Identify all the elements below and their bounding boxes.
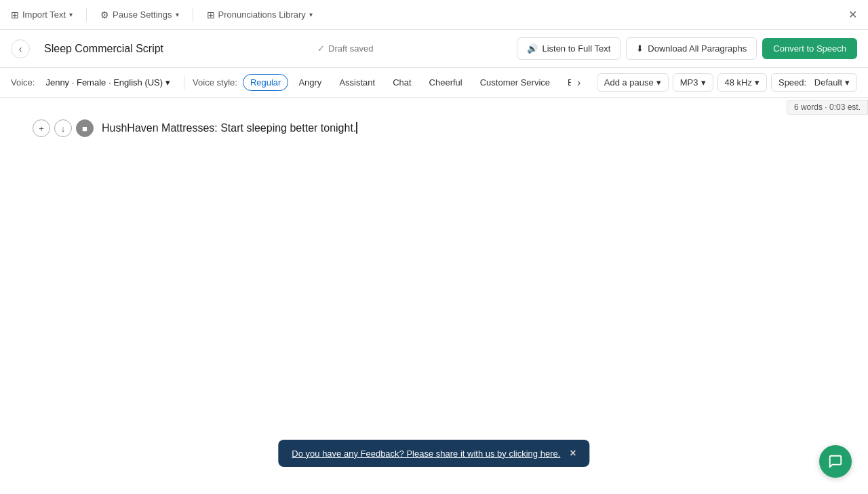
format-selector[interactable]: MP3 ▾ xyxy=(673,73,713,92)
download-icon: ⬇ xyxy=(636,43,644,54)
speed-value: Default xyxy=(814,77,842,88)
style-tag-cheerful[interactable]: Cheerful xyxy=(422,74,470,91)
document-title-input[interactable] xyxy=(38,39,309,58)
style-tag-assistant[interactable]: Assistant xyxy=(332,74,382,91)
style-tag-angry[interactable]: Angry xyxy=(291,74,329,91)
voice-bar-right: Add a pause ▾ MP3 ▾ 48 kHz ▾ Speed: Defa… xyxy=(593,73,857,92)
editor-area[interactable]: + ↓ ■ HushHaven Mattresses: Start sleepi… xyxy=(0,98,868,494)
paragraph-text[interactable]: HushHaven Mattresses: Start sleeping bet… xyxy=(102,119,835,137)
format-caret: ▾ xyxy=(701,77,706,88)
main-content: ‹ ✓ Draft saved 🔊 Listen to Full Text ⬇ … xyxy=(0,30,868,494)
import-text-label: Import Text xyxy=(22,10,66,20)
quality-label: 48 kHz xyxy=(725,77,752,88)
paragraph-controls: + ↓ ■ xyxy=(33,119,94,137)
add-pause-caret: ▾ xyxy=(656,77,661,88)
voice-selector[interactable]: Jenny · Female · English (US) ▾ xyxy=(40,75,176,90)
download-label: Download All Paragraphs xyxy=(648,43,747,54)
back-button[interactable]: ‹ xyxy=(11,39,30,58)
add-pause-button[interactable]: Add a pause ▾ xyxy=(597,73,669,92)
draft-saved-icon: ✓ xyxy=(317,43,325,54)
feedback-toast: Do you have any Feedback? Please share i… xyxy=(278,440,589,467)
voice-bar-divider xyxy=(184,76,184,90)
download-all-paragraphs-button[interactable]: ⬇ Download All Paragraphs xyxy=(626,37,757,60)
voice-dropdown-icon: ▾ xyxy=(165,77,170,88)
stop-button[interactable]: ■ xyxy=(76,119,94,137)
add-paragraph-button[interactable]: + xyxy=(33,119,50,137)
text-cursor xyxy=(356,122,357,134)
pause-caret-icon: ▾ xyxy=(176,11,179,18)
import-text-menu[interactable]: ⊞ Import Text ▾ xyxy=(11,10,73,20)
header-actions: 🔊 Listen to Full Text ⬇ Download All Par… xyxy=(517,37,857,60)
word-count-badge: 6 words · 0:03 est. xyxy=(787,100,868,115)
style-tag-customer-service[interactable]: Customer Service xyxy=(473,74,557,91)
pronunciations-caret-icon: ▾ xyxy=(309,11,313,18)
pause-settings-label: Pause Settings xyxy=(113,10,172,20)
style-label: Voice style: xyxy=(193,77,237,88)
speed-caret: ▾ xyxy=(845,77,850,88)
pronunciations-icon: ⊞ xyxy=(207,10,215,20)
header-row: ‹ ✓ Draft saved 🔊 Listen to Full Text ⬇ … xyxy=(0,30,868,68)
word-count-label: 6 words · 0:03 est. xyxy=(794,102,861,112)
speaker-icon: 🔊 xyxy=(527,43,538,54)
speed-label-text: Speed: xyxy=(778,77,806,88)
quality-caret: ▾ xyxy=(755,77,760,88)
style-tag-excited[interactable]: Excited xyxy=(560,74,571,91)
import-icon: ⊞ xyxy=(11,10,19,20)
pronunciations-label: Pronunciations Library xyxy=(218,10,306,20)
feedback-close-button[interactable]: × xyxy=(570,448,576,459)
style-tag-regular[interactable]: Regular xyxy=(243,74,289,91)
draft-saved-indicator: ✓ Draft saved xyxy=(317,43,373,54)
voice-value: Jenny · Female · English (US) xyxy=(45,77,163,88)
topbar-divider-1 xyxy=(86,8,87,22)
style-tag-chat[interactable]: Chat xyxy=(385,74,418,91)
paragraph-row: + ↓ ■ HushHaven Mattresses: Start sleepi… xyxy=(33,119,835,137)
style-tags-container: Regular Angry Assistant Chat Cheerful Cu… xyxy=(243,74,571,91)
move-down-button[interactable]: ↓ xyxy=(54,119,72,137)
window-close-button[interactable]: ✕ xyxy=(848,8,857,21)
import-caret-icon: ▾ xyxy=(69,11,73,18)
chat-bubble-button[interactable] xyxy=(819,445,852,478)
add-pause-label: Add a pause xyxy=(604,77,654,88)
settings-icon: ⚙ xyxy=(100,10,109,20)
style-more-button[interactable]: › xyxy=(571,75,587,91)
voice-label: Voice: xyxy=(11,77,35,88)
pause-settings-menu[interactable]: ⚙ Pause Settings ▾ xyxy=(100,10,178,20)
draft-saved-label: Draft saved xyxy=(328,43,373,54)
topbar-divider-2 xyxy=(193,8,193,22)
format-label: MP3 xyxy=(680,77,698,88)
chat-icon xyxy=(828,454,843,469)
convert-to-speech-button[interactable]: Convert to Speech xyxy=(762,38,857,59)
speed-selector[interactable]: Speed: Default ▾ xyxy=(771,73,857,92)
paragraph-content: HushHaven Mattresses: Start sleeping bet… xyxy=(102,122,356,134)
pronunciations-library-menu[interactable]: ⊞ Pronunciations Library ▾ xyxy=(207,10,313,20)
listen-full-text-button[interactable]: 🔊 Listen to Full Text xyxy=(517,37,620,60)
top-bar: ⊞ Import Text ▾ ⚙ Pause Settings ▾ ⊞ Pro… xyxy=(0,0,868,30)
feedback-link[interactable]: Do you have any Feedback? Please share i… xyxy=(292,449,560,459)
convert-label: Convert to Speech xyxy=(773,43,846,54)
voice-bar: Voice: Jenny · Female · English (US) ▾ V… xyxy=(0,68,868,98)
listen-label: Listen to Full Text xyxy=(542,43,610,54)
quality-selector[interactable]: 48 kHz ▾ xyxy=(717,73,767,92)
